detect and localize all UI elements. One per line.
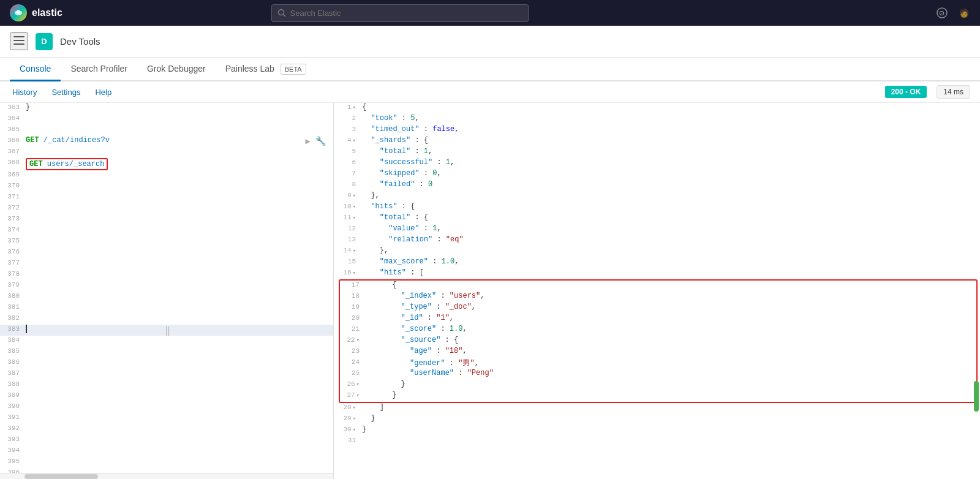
editor-line-388: 388: [0, 380, 333, 391]
result-line-21: 21 "_score" : 1.0,: [340, 325, 976, 336]
sub-toolbar: History Settings Help 200 - OK 14 ms: [0, 81, 980, 103]
result-line-24: 24 "gender" : "男",: [340, 358, 976, 369]
editor-line-375: 375: [0, 236, 333, 247]
editor-line-379: 379: [0, 281, 333, 292]
result-line-15: 15 "max_score" : 1.0,: [336, 257, 980, 268]
editor-line-377: 377: [0, 258, 333, 270]
top-bar: elastic ⊙ 🧑: [0, 0, 980, 26]
editor-line-376: 376: [0, 247, 333, 258]
result-view[interactable]: 1▾ { 2 "took" : 5, 3 "timed_out" : false…: [334, 103, 980, 479]
tab-grok-debugger[interactable]: Grok Debugger: [137, 58, 216, 81]
result-line-8: 8 "failed" : 0: [336, 180, 980, 191]
svg-point-1: [17, 10, 20, 13]
top-bar-right: ⊙ 🧑: [936, 7, 970, 19]
svg-rect-9: [13, 43, 24, 45]
result-line-5: 5 "total" : 1,: [336, 147, 980, 158]
result-line-26: 26▾ }: [340, 380, 976, 391]
svg-point-2: [278, 10, 284, 15]
svg-line-3: [283, 15, 285, 17]
settings-button[interactable]: Settings: [49, 86, 83, 98]
editor-line-373: 373: [0, 214, 333, 225]
editor-line-389: 389: [0, 391, 333, 402]
elastic-logo-icon: [10, 4, 27, 21]
panel-divider[interactable]: ‖: [165, 325, 169, 337]
main-content: 363 } 364 365 366 GET /_cat/indices?v ▶ …: [0, 103, 980, 479]
editor-line-365: 365: [0, 125, 333, 136]
result-line-11: 11▾ "total" : {: [336, 213, 980, 224]
second-bar: D Dev Tools: [0, 26, 980, 58]
result-line-13: 13 "relation" : "eq": [336, 235, 980, 246]
svg-text:🧑: 🧑: [959, 8, 970, 18]
result-line-22: 22▾ "_source" : {: [340, 336, 976, 347]
result-line-7: 7 "skipped" : 0,: [336, 169, 980, 180]
editor-line-383: 383 ‖: [0, 325, 333, 336]
time-badge: 14 ms: [937, 85, 970, 99]
search-input[interactable]: [271, 4, 529, 22]
svg-text:⊙: ⊙: [939, 9, 944, 17]
editor-line-368: 368 GET users/_search: [0, 158, 333, 170]
result-line-2: 2 "took" : 5,: [336, 114, 980, 125]
editor-line-392: 392: [0, 424, 333, 435]
copy-icon-366[interactable]: 🔧: [315, 136, 326, 146]
help-button[interactable]: Help: [92, 86, 114, 98]
editor-line-367: 367: [0, 147, 333, 158]
run-icon-366[interactable]: ▶: [306, 136, 311, 146]
result-line-31: 31: [336, 436, 980, 447]
tabs-bar: Console Search Profiler Grok Debugger Pa…: [0, 58, 980, 81]
editor-line-381: 381: [0, 303, 333, 314]
result-line-6: 6 "successful" : 1,: [336, 158, 980, 169]
svg-rect-8: [13, 40, 24, 41]
tab-painless-lab[interactable]: Painless Lab BETA: [216, 58, 316, 81]
bottom-scrollbar[interactable]: [0, 473, 333, 479]
editor-line-372: 372: [0, 203, 333, 214]
editor-line-393: 393: [0, 435, 333, 446]
editor-line-385: 385: [0, 347, 333, 358]
tab-console[interactable]: Console: [10, 58, 61, 81]
svg-rect-7: [13, 36, 24, 37]
right-panel: 1▾ { 2 "took" : 5, 3 "timed_out" : false…: [334, 103, 980, 479]
result-line-4: 4▾ "_shards" : {: [336, 136, 980, 147]
result-scroll-indicator: [974, 381, 979, 412]
editor-line-390: 390: [0, 402, 333, 413]
search-icon-wrap: [271, 4, 529, 22]
editor-line-391: 391: [0, 413, 333, 424]
elastic-logo: elastic: [10, 4, 62, 21]
tab-search-profiler[interactable]: Search Profiler: [61, 58, 137, 81]
editor-line-387: 387: [0, 369, 333, 380]
editor-line-380: 380: [0, 292, 333, 303]
editor-line-382: 382: [0, 314, 333, 325]
result-line-20: 20 "_id" : "1",: [340, 314, 976, 325]
notifications-icon[interactable]: ⊙: [936, 7, 948, 19]
editor-line-394: 394: [0, 446, 333, 457]
editor-line-378: 378: [0, 270, 333, 281]
code-editor[interactable]: 363 } 364 365 366 GET /_cat/indices?v ▶ …: [0, 103, 333, 473]
action-icons-366: ▶ 🔧: [306, 136, 331, 146]
hamburger-button[interactable]: [10, 32, 28, 50]
history-button[interactable]: History: [10, 86, 39, 98]
result-line-17: 17 {: [340, 281, 976, 292]
result-line-18: 18 "_index" : "users",: [340, 292, 976, 303]
search-icon: [277, 9, 286, 17]
beta-badge: BETA: [281, 64, 306, 75]
editor-line-395: 395: [0, 457, 333, 468]
result-line-16: 16▾ "hits" : [: [336, 268, 980, 279]
editor-line-366: 366 GET /_cat/indices?v ▶ 🔧: [0, 136, 333, 147]
left-panel: 363 } 364 365 366 GET /_cat/indices?v ▶ …: [0, 103, 334, 479]
editor-line-371: 371: [0, 192, 333, 203]
result-line-30: 30▾ }: [336, 425, 980, 436]
editor-line-386: 386: [0, 358, 333, 369]
elastic-logo-text: elastic: [32, 7, 62, 18]
result-line-23: 23 "age" : "18",: [340, 347, 976, 358]
user-icon[interactable]: 🧑: [958, 7, 970, 19]
search-bar-container: [271, 4, 529, 22]
result-line-25: 25 "userName" : "Peng": [340, 369, 976, 380]
result-line-1: 1▾ {: [336, 103, 980, 114]
result-line-10: 10▾ "hits" : {: [336, 202, 980, 213]
result-line-19: 19 "_type" : "_doc",: [340, 303, 976, 314]
editor-line-396: 396: [0, 468, 333, 473]
result-line-3: 3 "timed_out" : false,: [336, 125, 980, 136]
editor-line-369: 369: [0, 170, 333, 181]
editor-line-363: 363 }: [0, 103, 333, 114]
result-line-29: 29▾ }: [336, 414, 980, 425]
breadcrumb-title: Dev Tools: [60, 36, 100, 47]
